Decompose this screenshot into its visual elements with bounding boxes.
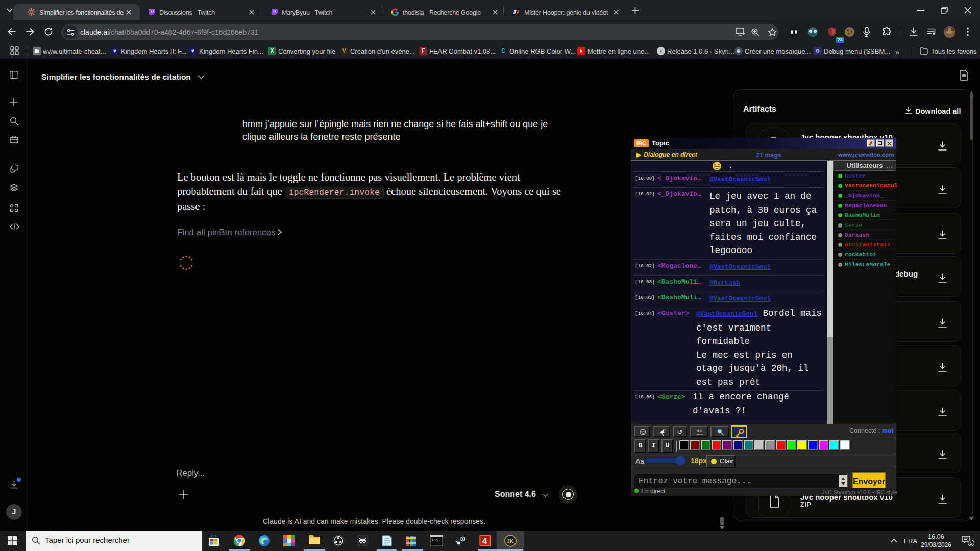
svg-text:4: 4 bbox=[482, 536, 487, 546]
svg-text:JK: JK bbox=[507, 538, 514, 544]
svg-text:C:\_: C:\_ bbox=[432, 538, 441, 542]
